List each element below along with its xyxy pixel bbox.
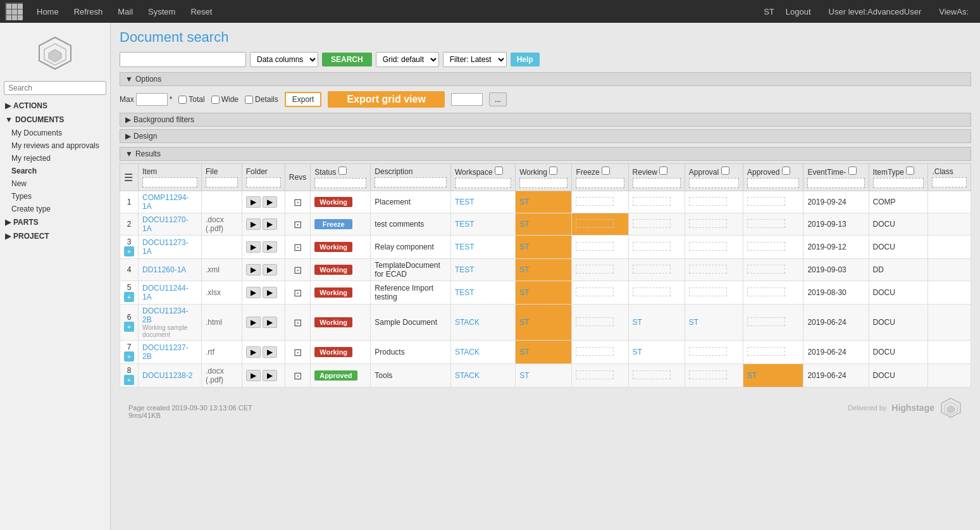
search-button[interactable]: SEARCH (322, 53, 372, 66)
folder-expand[interactable]: ▶ (246, 264, 261, 275)
working-link[interactable]: ST (519, 288, 529, 297)
filter-select[interactable]: Filter: Latest (443, 52, 507, 67)
sidebar-item-create-type[interactable]: Create type (0, 203, 110, 215)
col-approved-check[interactable] (782, 167, 790, 175)
help-button[interactable]: Help (511, 53, 540, 66)
user-level[interactable]: User level:AdvancedUser (822, 4, 928, 19)
folder-nav[interactable]: ▶ (263, 241, 277, 253)
copy-icon[interactable]: ⊡ (294, 287, 302, 298)
col-approval-check[interactable] (721, 167, 729, 175)
app-grid-icon[interactable] (5, 3, 23, 20)
item-link[interactable]: DOCU11238-2 (142, 371, 192, 380)
folder-nav[interactable]: ▶ (263, 218, 277, 230)
folder-nav[interactable]: ▶ (263, 370, 277, 381)
col-workspace-filter[interactable] (455, 178, 511, 188)
folder-nav[interactable]: ▶ (263, 264, 277, 275)
col-approved-filter[interactable] (747, 178, 799, 188)
sidebar-item-new[interactable]: New (0, 177, 110, 190)
working-link[interactable]: ST (519, 198, 529, 206)
col-freeze-check[interactable] (602, 167, 610, 175)
col-eventtime-filter[interactable] (807, 178, 864, 188)
copy-icon[interactable]: ⊡ (294, 317, 302, 328)
export-button[interactable]: Export (285, 92, 322, 107)
col-workspace-check[interactable] (495, 167, 503, 175)
col-file-filter[interactable] (206, 177, 238, 187)
col-review-filter[interactable] (633, 178, 681, 188)
sidebar-item-types[interactable]: Types (0, 190, 110, 203)
options-header[interactable]: ▼ Options (120, 72, 971, 86)
expand-button[interactable]: + (124, 375, 134, 385)
workspace-link[interactable]: TEST (455, 288, 474, 297)
nav-reset[interactable]: Reset (184, 4, 218, 19)
folder-expand[interactable]: ▶ (246, 346, 261, 358)
item-link[interactable]: DOCU11273-1A (142, 238, 189, 256)
expand-button[interactable]: + (124, 351, 134, 362)
folder-nav[interactable]: ▶ (263, 196, 277, 208)
working-link[interactable]: ST (519, 348, 529, 356)
copy-icon[interactable]: ⊡ (294, 219, 302, 230)
search-input[interactable] (120, 52, 246, 67)
expand-button[interactable]: + (124, 246, 134, 256)
sidebar-item-rejected[interactable]: My rejected (0, 152, 110, 165)
grid-select[interactable]: Grid: default (376, 52, 439, 67)
col-itemtype-check[interactable] (906, 167, 914, 175)
folder-nav[interactable]: ▶ (263, 317, 277, 328)
col-review-check[interactable] (659, 167, 667, 175)
workspace-link[interactable]: TEST (455, 198, 474, 206)
nav-system[interactable]: System (142, 4, 182, 19)
view-as[interactable]: ViewAs: (933, 4, 975, 19)
col-status-check[interactable] (338, 167, 347, 175)
working-link[interactable]: ST (519, 318, 529, 327)
item-link[interactable]: DOCU11270-1A (142, 215, 189, 233)
folder-expand[interactable]: ▶ (246, 287, 261, 298)
wide-checkbox[interactable] (211, 96, 220, 104)
col-working-filter[interactable] (519, 178, 568, 188)
workspace-link[interactable]: STACK (455, 318, 480, 327)
copy-icon[interactable]: ⊡ (294, 265, 302, 275)
sidebar-section-documents[interactable]: ▼ DOCUMENTS (0, 113, 110, 127)
dots-button[interactable]: ... (489, 92, 507, 106)
folder-expand[interactable]: ▶ (246, 241, 261, 253)
expand-button[interactable]: + (124, 292, 134, 302)
col-working-check[interactable] (549, 167, 557, 175)
col-description-filter[interactable] (375, 177, 447, 187)
data-columns-select[interactable]: Data columns (250, 52, 318, 67)
item-link[interactable]: DOCU11244-1A (142, 284, 189, 301)
results-header[interactable]: ▼ Results (120, 147, 971, 161)
max-input[interactable] (136, 93, 168, 106)
col-folder-filter[interactable] (246, 177, 281, 187)
review-link[interactable]: ST (633, 318, 642, 327)
working-link[interactable]: ST (519, 220, 529, 229)
copy-icon[interactable]: ⊡ (294, 347, 302, 358)
copy-icon[interactable]: ⊡ (294, 370, 302, 381)
review-link[interactable]: ST (633, 348, 642, 356)
sidebar-section-project[interactable]: ▶ PROJECT (0, 229, 110, 243)
workspace-link[interactable]: STACK (455, 371, 480, 380)
sidebar-item-my-documents[interactable]: My Documents (0, 127, 110, 139)
details-checkbox[interactable] (245, 96, 253, 104)
workspace-link[interactable]: TEST (455, 265, 474, 274)
sidebar-item-reviews[interactable]: My reviews and approvals (0, 139, 110, 152)
sidebar-item-search[interactable]: Search (0, 165, 110, 177)
copy-icon[interactable]: ⊡ (294, 242, 302, 253)
workspace-link[interactable]: STACK (455, 348, 480, 356)
item-link[interactable]: DOCU11234-2B (142, 306, 189, 324)
working-link[interactable]: ST (519, 265, 529, 274)
sidebar-section-parts[interactable]: ▶ PARTS (0, 215, 110, 229)
sidebar-search-input[interactable] (4, 81, 106, 95)
item-link[interactable]: DD11260-1A (142, 265, 186, 274)
col-itemtype-filter[interactable] (873, 178, 924, 188)
nav-refresh[interactable]: Refresh (68, 4, 109, 19)
nav-mail[interactable]: Mail (111, 4, 139, 19)
folder-expand[interactable]: ▶ (246, 317, 261, 328)
working-link[interactable]: ST (519, 243, 529, 251)
workspace-link[interactable]: TEST (455, 220, 474, 229)
col-approval-filter[interactable] (689, 178, 739, 188)
bg-filters-header[interactable]: ▶ Background filters (120, 113, 971, 127)
folder-nav[interactable]: ▶ (263, 346, 277, 358)
col-status-filter[interactable] (314, 178, 366, 188)
folder-expand[interactable]: ▶ (246, 370, 261, 381)
folder-nav[interactable]: ▶ (263, 287, 277, 298)
nav-home[interactable]: Home (30, 4, 65, 19)
working-link[interactable]: ST (519, 371, 529, 380)
